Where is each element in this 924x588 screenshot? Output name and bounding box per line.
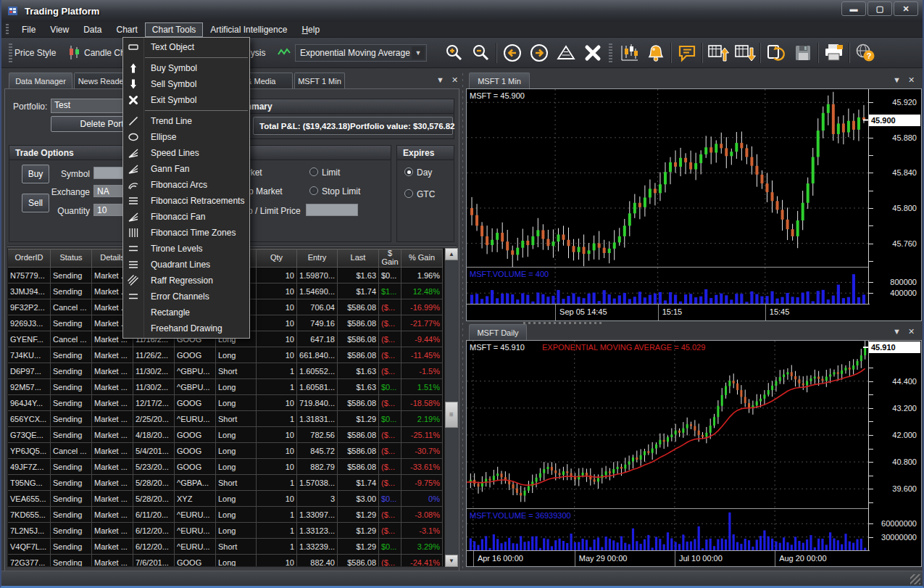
orders-scrollbar[interactable]: ▲ ▼ bbox=[445, 248, 458, 567]
menu-item-fibonacci-retracements[interactable]: Fibonacci Retracements bbox=[123, 193, 249, 209]
menu-item-quadrant-lines[interactable]: Quadrant Lines bbox=[123, 257, 249, 273]
radio-gtc[interactable] bbox=[404, 189, 413, 198]
pyramid-icon[interactable] bbox=[552, 41, 579, 65]
radio-day[interactable] bbox=[404, 167, 413, 176]
table-export-button[interactable] bbox=[731, 41, 758, 65]
table-row[interactable]: V4QF7L...SendingMarket ...6/12/20...^EUR… bbox=[8, 539, 444, 555]
save-button[interactable] bbox=[789, 41, 816, 65]
menu-data[interactable]: Data bbox=[76, 22, 109, 37]
chart-chevron-icon[interactable]: ▼ bbox=[893, 327, 901, 336]
column-header[interactable]: % Gain bbox=[401, 249, 443, 268]
table-row[interactable]: G73QE...SendingMarket ...4/18/20...GOOGL… bbox=[8, 427, 444, 443]
scroll-down-icon[interactable]: ▼ bbox=[445, 555, 458, 567]
chart-close-icon[interactable]: ✕ bbox=[908, 327, 915, 336]
buy-button[interactable]: Buy bbox=[22, 165, 49, 183]
menu-view[interactable]: View bbox=[43, 22, 76, 37]
menu-item-ellipse[interactable]: Ellipse bbox=[123, 129, 249, 145]
menu-item-fibonacci-time-zones[interactable]: Fibonacci Time Zones bbox=[123, 225, 249, 241]
menu-item-fibonacci-fan[interactable]: Fibonacci Fan bbox=[123, 209, 249, 225]
nav-forward-button[interactable] bbox=[525, 41, 552, 65]
menu-chart[interactable]: Chart bbox=[109, 22, 145, 37]
tab-list-chevron-icon[interactable]: ▼ bbox=[436, 75, 444, 85]
horizontal-splitter[interactable] bbox=[523, 322, 603, 324]
table-row[interactable]: VEA655...SendingMarket ...5/28/20...XYZL… bbox=[8, 491, 444, 507]
delete-drawing-button[interactable] bbox=[579, 41, 606, 65]
menu-item-buy-symbol[interactable]: Buy Symbol bbox=[123, 60, 249, 76]
table-row[interactable]: 92M57...SendingMarket ...11/30/2...^GBPU… bbox=[8, 379, 444, 395]
chart-msft-1-min-tab[interactable]: MSFT 1 Min bbox=[469, 73, 530, 88]
chart-msft-1-min-plot[interactable]: 45.92045.88045.84045.80045.7608000004000… bbox=[466, 88, 922, 321]
toolbar-grip[interactable] bbox=[609, 44, 612, 62]
menu-artificial-intelligence[interactable]: Artificial Intelligence bbox=[203, 22, 294, 37]
maximize-button[interactable]: ▢ bbox=[867, 1, 892, 16]
table-cell: Sending bbox=[51, 411, 92, 427]
column-header[interactable]: Entry bbox=[297, 249, 338, 268]
table-row[interactable]: T95NG...SendingMarket ...5/28/20...^GBPA… bbox=[8, 475, 444, 491]
menu-item-tirone-levels[interactable]: Tirone Levels bbox=[123, 241, 249, 257]
menu-item-text-object[interactable]: Text Object bbox=[123, 39, 249, 55]
toolbar-grip[interactable] bbox=[9, 44, 12, 62]
alarm-bell-button[interactable] bbox=[642, 41, 669, 65]
vertical-splitter[interactable] bbox=[460, 70, 465, 570]
menu-item-error-channels[interactable]: Error Channels bbox=[123, 289, 249, 305]
scrollbar-thumb[interactable] bbox=[445, 402, 458, 428]
menu-item-freehand-drawing[interactable]: Freehand Drawing bbox=[123, 320, 249, 336]
stop-limit-price-input[interactable] bbox=[306, 204, 358, 216]
column-header[interactable]: $ Gain bbox=[379, 249, 401, 268]
resize-grip[interactable] bbox=[910, 574, 920, 584]
chart-chevron-icon[interactable]: ▼ bbox=[893, 75, 901, 85]
minimize-button[interactable]: ▬ bbox=[841, 1, 866, 16]
table-import-button[interactable] bbox=[704, 41, 731, 65]
menu-item-rectangle[interactable]: Rectangle bbox=[123, 305, 249, 320]
table-row[interactable]: 7L2N5J...SendingMarket ...6/12/20...^EUR… bbox=[8, 523, 444, 539]
table-row[interactable]: 7KD655...SendingMarket ...6/11/20...^EUR… bbox=[8, 507, 444, 523]
table-row[interactable]: 964J4Y...SendingMarket ...12/17/2...GOOG… bbox=[8, 395, 444, 411]
column-header[interactable]: Qty bbox=[257, 249, 297, 268]
tab-msft-1-min[interactable]: MSFT 1 Min bbox=[294, 73, 345, 88]
radio-limit[interactable] bbox=[309, 167, 318, 176]
menu-item-fibonacci-arcs[interactable]: Fibonacci Arcs bbox=[123, 177, 249, 193]
table-row[interactable]: 72G377...SendingMarket ...7/6/201...GOOG… bbox=[8, 555, 444, 567]
table-cell: 5/23/20... bbox=[133, 459, 175, 475]
notes-bubble-button[interactable] bbox=[673, 41, 700, 65]
column-header[interactable]: Last bbox=[338, 249, 379, 268]
column-header[interactable]: OrderID bbox=[8, 249, 51, 268]
menu-item-gann-fan[interactable]: Gann Fan bbox=[123, 161, 249, 177]
menubar-grip[interactable] bbox=[6, 24, 9, 36]
toolbar-separator bbox=[759, 43, 761, 63]
menu-item-sell-symbol[interactable]: Sell Symbol bbox=[123, 76, 249, 92]
tab-data-manager[interactable]: Data Manager bbox=[9, 73, 72, 88]
nav-back-button[interactable] bbox=[499, 41, 525, 65]
scroll-up-icon[interactable]: ▲ bbox=[445, 248, 458, 260]
table-row[interactable]: 656YCX...SendingMarket ...2/25/20...^EUR… bbox=[8, 411, 444, 427]
menu-item-speed-lines[interactable]: Speed Lines bbox=[123, 145, 249, 161]
menu-item-trend-line[interactable]: Trend Line bbox=[123, 113, 249, 129]
table-row[interactable]: YP6JQ5...Cancel ...Market ...5/4/201...G… bbox=[8, 443, 444, 459]
title-bar[interactable]: Trading Platform ▬ ▢ ✕ bbox=[1, 0, 923, 22]
print-button[interactable] bbox=[820, 41, 847, 65]
column-header[interactable]: Status bbox=[51, 249, 92, 268]
menu-item-raff-regression[interactable]: Raff Regression bbox=[123, 273, 249, 289]
tab-close-icon[interactable]: ✕ bbox=[451, 75, 458, 85]
chart-msft-daily-tab[interactable]: MSFT Daily bbox=[469, 324, 527, 340]
indicator-combo[interactable]: Exponential Moving Average ▼ bbox=[295, 44, 427, 62]
help-globe-button[interactable]: ? bbox=[852, 41, 878, 65]
zoom-out-button[interactable] bbox=[467, 41, 494, 65]
close-button[interactable]: ✕ bbox=[894, 1, 918, 16]
chart-msft-daily-symbol-label: MSFT = 45.910 bbox=[470, 343, 525, 352]
image-refresh-button[interactable] bbox=[762, 41, 789, 65]
candlestick-chart-button[interactable] bbox=[615, 41, 642, 65]
current-price-badge: 45.910 bbox=[869, 341, 920, 353]
menu-file[interactable]: File bbox=[14, 22, 43, 37]
chart-msft-daily-plot[interactable]: 44.40043.20042.00040.80039.6006000000030… bbox=[466, 340, 922, 567]
table-row[interactable]: 7J4KU...SendingMarket ...11/26/2...GOOGL… bbox=[8, 347, 444, 363]
radio-stop-limit[interactable] bbox=[309, 186, 318, 195]
menu-help[interactable]: Help bbox=[294, 22, 327, 37]
menu-chart-tools[interactable]: Chart Tools bbox=[145, 22, 203, 37]
table-row[interactable]: 49JF7Z...SendingMarket ...5/23/20...GOOG… bbox=[8, 459, 444, 475]
chart-close-icon[interactable]: ✕ bbox=[908, 75, 915, 85]
menu-item-exit-symbol[interactable]: Exit Symbol bbox=[123, 92, 249, 108]
chevron-down-icon[interactable]: ▼ bbox=[412, 46, 425, 59]
zoom-in-button[interactable] bbox=[441, 41, 467, 65]
table-row[interactable]: D6P97...SendingMarket ...11/30/2...^GBPU… bbox=[8, 363, 444, 379]
